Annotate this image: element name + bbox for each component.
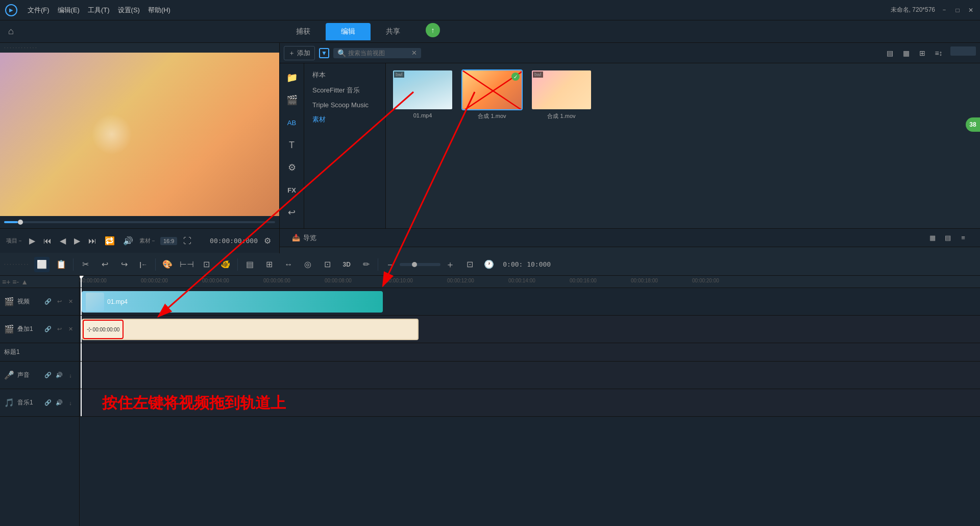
tl-color-button[interactable]: 🎨 (160, 257, 175, 272)
media-browser: ＋ 添加 ▼ 🔍 ✕ ▤ ▦ ⊞ ≡↕ (280, 43, 980, 247)
audio-down-icon[interactable]: ↓ (66, 371, 75, 380)
home-button[interactable]: ⌂ (0, 22, 22, 41)
tl-3d-button[interactable]: 3D (339, 257, 354, 272)
tl-grid-button[interactable]: ⊞ (261, 257, 277, 272)
drag-time: 00:00:00:00 (93, 327, 120, 332)
view-btn-1[interactable]: ▦ (926, 231, 939, 245)
sidebar-text-icon[interactable]: AB (282, 112, 302, 133)
zoom-out-button[interactable]: － (382, 257, 398, 272)
to-end-button[interactable]: ⏭ (86, 234, 99, 248)
media-label-3: 合成 1.mov (531, 112, 592, 120)
play-icon[interactable]: ▶ (5, 4, 17, 16)
audio-vol-icon[interactable]: 🔊 (55, 371, 64, 380)
tl-audio-button[interactable]: ⊢⊣ (179, 257, 194, 272)
music-vol-icon[interactable]: 🔊 (55, 398, 64, 408)
large-grid-button[interactable]: ⊞ (916, 46, 929, 60)
nav-material[interactable]: 素材 (304, 112, 385, 127)
sidebar-media-icon[interactable]: 📁 (282, 67, 302, 88)
ruler-mark-1: 00:00:02:00 (141, 278, 168, 283)
import-button[interactable]: 📥 导览 (286, 230, 323, 246)
menu-help[interactable]: 帮助(H) (148, 6, 170, 15)
media-item-1[interactable]: bwl 01.mp4 (392, 69, 453, 120)
settings-button[interactable]: ⚙ (262, 234, 273, 248)
play-button[interactable]: ▶ (27, 234, 37, 248)
sidebar-color-icon[interactable]: ↩ (282, 202, 302, 223)
audio-link-icon[interactable]: 🔗 (43, 371, 53, 380)
tl-motion-button[interactable]: ↔ (281, 257, 296, 272)
tl-circle-button[interactable]: ◎ (300, 257, 315, 272)
view-btn-2[interactable]: ▤ (941, 231, 954, 245)
upload-button[interactable]: ↑ (426, 23, 440, 37)
sidebar-fx-icon[interactable]: FX (282, 180, 302, 200)
tl-clock-button[interactable]: 🕐 (481, 257, 497, 272)
overlay-link-icon[interactable]: 🔗 (43, 325, 53, 334)
to-start-button[interactable]: ⏮ (41, 234, 54, 248)
preview-progress-bar[interactable] (4, 221, 275, 223)
track-up-icon[interactable]: ▲ (21, 278, 28, 286)
tl-text-button[interactable]: ▤ (242, 257, 257, 272)
tl-split-button[interactable]: ⊡ (199, 257, 214, 272)
tl-edit-button[interactable]: ✏ (358, 257, 374, 272)
grid-view-button[interactable]: ▦ (899, 46, 913, 60)
zoom-in-button[interactable]: ＋ (443, 257, 458, 272)
music-down-icon[interactable]: ↓ (66, 398, 75, 408)
menu-tools[interactable]: 工具(T) (88, 6, 110, 15)
tl-cut-button[interactable]: ✂ (78, 257, 93, 272)
tl-redo-button[interactable]: ↪ (116, 257, 132, 272)
tab-share[interactable]: 共享 (371, 23, 415, 40)
video-remove-icon[interactable]: ✕ (66, 297, 75, 306)
tl-storyboard-button[interactable]: 📋 (54, 257, 69, 272)
tl-snap-button[interactable]: ⊡ (462, 257, 477, 272)
minimize-button[interactable]: － (940, 6, 948, 14)
tl-film-button[interactable]: ⬜ (34, 257, 50, 272)
fullscreen-button[interactable]: ⛶ (181, 234, 193, 248)
sidebar-title-icon[interactable]: T (282, 135, 302, 155)
close-button[interactable]: ✕ (967, 6, 975, 14)
video-clip-01[interactable]: 01.mp4 (82, 291, 383, 313)
tl-speed-button[interactable]: 🐠 (218, 257, 233, 272)
playhead-music (81, 389, 82, 416)
preview-dots: · · · · · · · · · · · · (0, 43, 279, 53)
green-badge[interactable]: 38 (966, 117, 980, 132)
aspect-ratio[interactable]: 16:9 (160, 237, 177, 245)
sidebar-video-icon[interactable]: 🎬 (282, 90, 302, 110)
video-link-icon[interactable]: 🔗 (43, 297, 53, 306)
tl-start-button[interactable]: |← (136, 257, 151, 272)
tab-edit[interactable]: 编辑 (326, 23, 371, 40)
timeline-tracks-container: ≡+ ≡- ▲ 🎬 视频 🔗 ↩ ✕ 🎬 叠加1 (0, 276, 980, 526)
overlay-return-icon[interactable]: ↩ (55, 325, 64, 334)
music-link-icon[interactable]: 🔗 (43, 398, 53, 408)
volume-button[interactable]: 🔊 (121, 234, 135, 248)
prev-frame-button[interactable]: ◀ (58, 234, 68, 248)
menu-settings[interactable]: 设置(S) (118, 6, 140, 15)
zoom-slider[interactable] (950, 46, 976, 56)
tl-undo-button[interactable]: ↩ (97, 257, 112, 272)
sort-button[interactable]: ≡↕ (932, 46, 945, 60)
music-track-label: 音乐1 (17, 398, 40, 407)
menu-edit[interactable]: 编辑(E) (58, 6, 80, 15)
restore-button[interactable]: □ (953, 6, 962, 14)
track-remove-icon[interactable]: ≡- (12, 278, 19, 286)
loop-button[interactable]: 🔁 (103, 234, 117, 248)
nav-triple-scoop[interactable]: Triple Scoop Music (304, 98, 385, 112)
overlay-clip[interactable]: ⊹ 00:00:00:00 (82, 319, 419, 340)
search-input[interactable] (348, 50, 409, 57)
zoom-slider-tl[interactable] (400, 263, 440, 266)
search-clear-icon[interactable]: ✕ (411, 49, 417, 57)
media-item-3[interactable]: bwl 合成 1.mov (531, 69, 592, 120)
filter-button[interactable]: ▼ (319, 48, 329, 58)
overlay-remove-icon[interactable]: ✕ (66, 325, 75, 334)
nav-scorefitter[interactable]: ScoreFitter 音乐 (304, 83, 385, 98)
menu-file[interactable]: 文件(F) (28, 6, 50, 15)
track-add-icon[interactable]: ≡+ (2, 278, 10, 286)
list-view-button[interactable]: ▤ (883, 46, 896, 60)
next-frame-button[interactable]: ▶ (72, 234, 82, 248)
nav-sample[interactable]: 样本 (304, 67, 385, 83)
tab-capture[interactable]: 捕获 (281, 23, 326, 40)
media-item-2[interactable]: bwl ✓ 合成 1.mov (461, 69, 523, 120)
tl-crop-button[interactable]: ⊡ (320, 257, 335, 272)
video-return-icon[interactable]: ↩ (55, 297, 64, 306)
add-media-button[interactable]: ＋ 添加 (284, 46, 315, 60)
sidebar-effects-icon[interactable]: ⚙ (282, 157, 302, 178)
view-btn-3[interactable]: ≡ (957, 231, 970, 245)
